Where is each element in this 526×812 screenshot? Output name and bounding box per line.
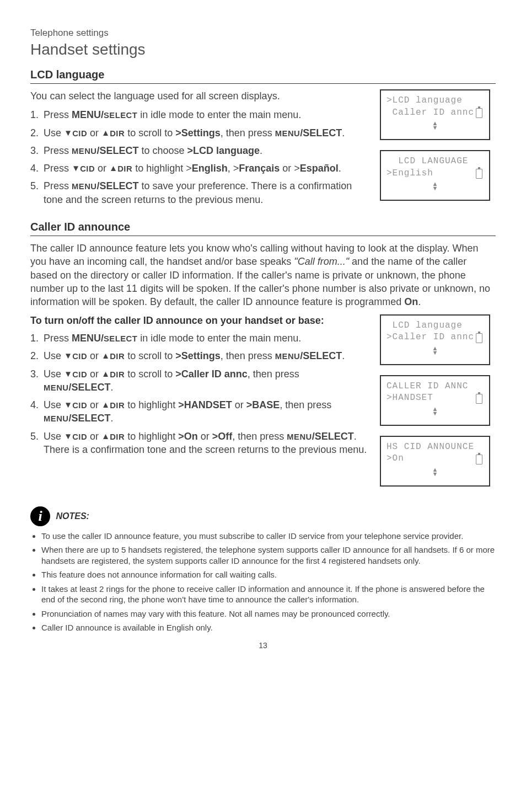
text: MENU <box>72 182 96 191</box>
text: or <box>198 431 212 442</box>
text: , > <box>228 163 239 174</box>
text: to scroll to <box>125 368 175 380</box>
updown-icon: ▲▼ <box>432 346 438 355</box>
step: Use ▼CID or ▲DIR to scroll to >Settings,… <box>30 349 370 362</box>
text: SELECT <box>104 334 137 343</box>
text: Press <box>44 109 72 120</box>
text: DIR <box>117 164 132 173</box>
notes-list: To use the caller ID announce feature, y… <box>41 531 496 633</box>
text: MENU <box>287 432 312 441</box>
lcd-screen: CALLER ID ANNC >HANDSET ▲▼ <box>380 375 490 426</box>
text: CID <box>72 432 87 441</box>
battery-icon <box>476 108 482 118</box>
text: Press <box>44 333 72 344</box>
lcd-line: LCD language <box>387 320 484 332</box>
text: >LCD language <box>187 145 260 156</box>
lcd-screen: HS CID ANNOUNCE >On ▲▼ <box>380 436 490 487</box>
text: to highlight > <box>132 163 192 174</box>
text: >HANDSET <box>178 399 232 410</box>
text: Press <box>44 145 72 156</box>
text: to scroll to <box>125 127 175 138</box>
lcd-screen: LCD LANGUAGE >English ▲▼ <box>380 150 490 201</box>
updown-icon: ▲▼ <box>432 121 438 130</box>
step: Use ▼CID or ▲DIR to scroll to >Settings,… <box>30 126 370 140</box>
down-arrow-icon: ▼ <box>64 127 72 139</box>
text: >Settings <box>175 350 221 361</box>
text: to highlight <box>125 399 178 410</box>
text: or <box>87 368 101 380</box>
lcd-line: >English <box>387 168 484 180</box>
down-arrow-icon: ▼ <box>64 399 72 411</box>
text: DIR <box>110 401 125 410</box>
text: /SELECT <box>312 431 354 442</box>
text: CID <box>80 164 95 173</box>
text: English <box>192 163 228 174</box>
text: or <box>95 163 109 174</box>
text: to choose <box>138 145 187 156</box>
text: or <box>87 399 101 410</box>
divider <box>30 83 496 84</box>
text: MENU <box>44 414 68 423</box>
text: /SELECT <box>300 350 342 361</box>
step: Use ▼CID or ▲DIR to scroll to >Caller ID… <box>30 367 370 394</box>
text: CID <box>72 129 87 138</box>
step: Press MENU/SELECT to save your preferenc… <box>30 179 370 206</box>
list-item: Pronunciation of names may vary with thi… <box>41 608 496 619</box>
battery-icon <box>476 394 482 404</box>
list-item: To use the caller ID announce feature, y… <box>41 531 496 542</box>
text: MENU/ <box>72 109 104 120</box>
section2-heading: Caller ID announce <box>30 221 496 233</box>
lcd-line: >HANDSET <box>387 392 484 404</box>
text: . <box>342 127 345 138</box>
text: SELECT <box>104 111 137 120</box>
text: . <box>418 296 421 307</box>
text: Français <box>239 163 280 174</box>
step: Use ▼CID or ▲DIR to highlight >On or >Of… <box>30 430 370 457</box>
text: >Caller ID annc <box>175 368 248 380</box>
lcd-line: >On <box>387 453 484 465</box>
text: >On <box>178 431 198 442</box>
text: MENU/SELECT <box>72 333 137 344</box>
text: Use <box>44 431 64 442</box>
text: DIR <box>110 370 125 379</box>
page-number: 13 <box>30 641 496 650</box>
header-category: Telephone settings <box>30 28 496 39</box>
battery-icon <box>476 455 482 464</box>
updown-icon: ▲▼ <box>432 467 438 476</box>
text: . <box>110 413 113 424</box>
text: /SELECT <box>96 180 138 191</box>
lcd-line: HS CID ANNOUNCE <box>387 441 484 453</box>
section2-steps: Press MENU/SELECT in idle mode to enter … <box>30 332 370 456</box>
text: or > <box>280 163 300 174</box>
updown-icon: ▲▼ <box>432 407 438 415</box>
up-arrow-icon: ▲ <box>101 368 110 380</box>
lcd-line: Caller ID annc <box>387 107 484 119</box>
text: Use <box>44 368 64 380</box>
text: On <box>404 296 418 307</box>
text: . <box>110 382 113 393</box>
text: to scroll to <box>125 350 175 361</box>
text: or <box>232 399 246 410</box>
text: . <box>339 163 341 174</box>
down-arrow-icon: ▼ <box>64 350 72 362</box>
text: /SELECT <box>300 127 342 138</box>
text: MENU <box>44 383 68 392</box>
text: CID <box>72 352 87 361</box>
text: "Call from..." <box>294 256 349 267</box>
text: Español <box>300 163 339 174</box>
text: or <box>87 350 101 361</box>
text: /SELECT <box>96 145 138 156</box>
up-arrow-icon: ▲ <box>109 163 117 174</box>
step: Press MENU/SELECT to choose >LCD languag… <box>30 144 370 157</box>
section1-heading: LCD language <box>30 68 496 81</box>
text: >BASE <box>246 399 280 410</box>
updown-icon: ▲▼ <box>432 181 438 190</box>
up-arrow-icon: ▲ <box>101 399 110 411</box>
text: or <box>87 127 101 138</box>
text: , then press <box>221 127 275 138</box>
text: >Settings <box>175 127 221 138</box>
text: Press <box>44 180 72 191</box>
battery-icon <box>476 333 482 343</box>
down-arrow-icon: ▼ <box>72 163 80 174</box>
list-item: Caller ID announce is available in Engli… <box>41 622 496 633</box>
